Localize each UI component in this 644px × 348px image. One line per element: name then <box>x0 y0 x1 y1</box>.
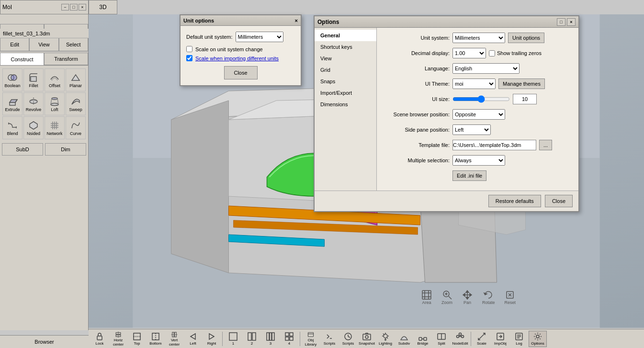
scale-on-change-label: Scale on unit system change <box>195 46 263 52</box>
nav-shortcut-keys[interactable]: Shortcut keys <box>315 41 376 53</box>
restore-defaults-btn[interactable]: Restore defaults <box>488 195 541 207</box>
lighting-btn[interactable]: Lighting <box>376 331 395 347</box>
template-file-label: Template file: <box>383 142 450 148</box>
obj-library-btn[interactable]: Obj Library <box>302 331 320 347</box>
nav-dimensions[interactable]: Dimensions <box>315 99 376 110</box>
trailing-zeros-checkbox[interactable] <box>489 50 495 56</box>
revolve-tool[interactable]: Revolve <box>23 92 44 115</box>
scale-btn[interactable]: Scale <box>473 331 491 347</box>
log-btn[interactable]: Log <box>510 331 528 347</box>
subdiv-btn[interactable]: Subdiv <box>395 331 413 347</box>
area-icon[interactable]: Area <box>421 290 432 305</box>
decimal-display-label: Decimal display: <box>383 50 450 56</box>
nav-grid[interactable]: Grid <box>315 64 376 76</box>
loft-tool[interactable]: Loft <box>45 92 65 115</box>
boolean-tool[interactable]: Boolean <box>2 68 23 91</box>
svg-line-29 <box>449 296 452 299</box>
unit-options-close-x[interactable]: × <box>295 18 298 23</box>
view-btn[interactable]: View <box>29 38 58 51</box>
svg-rect-61 <box>290 333 293 336</box>
blend-tool[interactable]: Blend <box>2 116 23 139</box>
construct-tab[interactable]: Construct <box>0 53 44 65</box>
reset-icon-wrap[interactable]: Reset <box>505 290 516 305</box>
zoom-icon-wrap[interactable]: Zoom <box>441 290 452 305</box>
rotate-icon-wrap[interactable]: Rotate <box>482 290 495 305</box>
unit-options-opt-btn[interactable]: Unit options <box>508 33 544 43</box>
edit-ini-btn[interactable]: Edit .ini file <box>452 170 486 181</box>
unit-system-select[interactable]: Millimeters Centimeters Meters Inches Fe… <box>236 32 283 42</box>
scripts-btn-1[interactable]: Scripts <box>320 331 339 347</box>
impobj-btn[interactable]: ImpObj <box>491 331 509 347</box>
side-pane-label: Side pane position: <box>383 127 450 133</box>
pan-icon-wrap[interactable]: Pan <box>462 290 473 305</box>
nav-snaps[interactable]: Snaps <box>315 76 376 87</box>
extrude-tool[interactable]: Extrude <box>2 92 23 115</box>
template-browse-btn[interactable]: ... <box>539 140 552 150</box>
fillet-tool[interactable]: Fillet <box>23 68 44 91</box>
ui-size-slider[interactable] <box>452 95 510 103</box>
svg-rect-58 <box>270 333 271 340</box>
edit-btn[interactable]: Edit <box>0 38 29 51</box>
svg-line-69 <box>348 337 350 337</box>
manage-themes-btn[interactable]: Manage themes <box>498 79 545 89</box>
nav-import-export[interactable]: Import/Export <box>315 87 376 99</box>
bottom-view-btn[interactable]: Bottom <box>147 331 165 347</box>
area-icons-group: Area Zoom Pan Rotate <box>421 290 516 305</box>
grid-3-btn[interactable]: 3 <box>261 331 280 347</box>
scripts-btn-2[interactable]: Scripts <box>339 331 357 347</box>
ui-size-input[interactable] <box>513 94 537 104</box>
top-view-btn[interactable]: Top <box>128 331 146 347</box>
snapshot-btn[interactable]: Snapshot <box>358 331 376 347</box>
grid-1-btn[interactable]: 1 <box>224 331 242 347</box>
select-btn[interactable]: Select <box>59 38 88 51</box>
side-pane-select[interactable]: Left Right <box>452 124 491 135</box>
nsided-tool[interactable]: Nsided <box>23 116 44 139</box>
split-btn[interactable]: Split <box>432 331 451 347</box>
left-view-btn[interactable]: Left <box>184 331 202 347</box>
scale-importing-checkbox[interactable] <box>186 55 192 61</box>
template-file-input[interactable] <box>452 140 536 150</box>
nodeedit-btn[interactable]: NodeEdit <box>451 331 469 347</box>
nav-general[interactable]: General <box>315 30 376 41</box>
edit-ini-row: Edit .ini file <box>383 170 573 181</box>
vert-center-btn[interactable]: Vert center <box>165 331 183 347</box>
bridge-btn[interactable]: Bridge <box>414 331 432 347</box>
maximize-btn[interactable]: □ <box>70 4 78 11</box>
svg-rect-47 <box>152 333 159 340</box>
transform-tab[interactable]: Transform <box>44 53 88 65</box>
network-tool[interactable]: Network <box>45 116 65 139</box>
filename-bar: fillet_test_03_1.3dm <box>0 29 89 38</box>
grid-4-btn[interactable]: 4 <box>280 331 298 347</box>
scale-on-change-checkbox[interactable] <box>186 46 192 52</box>
options-toolbar-btn[interactable]: Options <box>529 331 547 347</box>
unit-system-opt-select[interactable]: Millimeters <box>452 33 505 43</box>
options-close-btn[interactable]: Close <box>545 195 573 207</box>
options-close-x-btn[interactable]: × <box>567 18 576 26</box>
multiple-selection-select[interactable]: Always Never <box>452 155 505 166</box>
decimal-display-select[interactable]: 1.00 <box>452 48 486 58</box>
ui-theme-controls: moi Manage themes <box>452 79 545 89</box>
planar-tool[interactable]: Planar <box>66 68 86 91</box>
dim-btn[interactable]: Dim <box>45 143 86 156</box>
svg-rect-57 <box>267 333 269 340</box>
sweep-tool[interactable]: Sweep <box>66 92 86 115</box>
unit-options-close-btn[interactable]: Close <box>224 66 258 79</box>
language-select[interactable]: English <box>452 63 520 74</box>
offset-tool[interactable]: Offset <box>45 68 65 91</box>
svg-rect-41 <box>97 336 102 340</box>
close-app-btn[interactable]: × <box>79 4 86 11</box>
options-maximize-btn[interactable]: □ <box>557 18 565 26</box>
scene-browser-select[interactable]: Opposite Left Right <box>452 109 505 120</box>
svg-point-86 <box>459 333 462 336</box>
right-view-btn[interactable]: Right <box>203 331 221 347</box>
nav-view[interactable]: View <box>315 53 376 64</box>
svg-rect-62 <box>285 337 289 340</box>
lock-toolbar-btn[interactable]: Lock <box>90 331 109 347</box>
browser-tab[interactable]: Browser <box>0 335 89 348</box>
curve-tool[interactable]: Curve <box>66 116 86 139</box>
minimize-btn[interactable]: − <box>61 4 69 11</box>
ui-theme-select[interactable]: moi <box>452 79 496 89</box>
subd-btn[interactable]: SubD <box>2 143 43 156</box>
horiz-center-btn[interactable]: Horiz center <box>109 331 127 347</box>
grid-2-btn[interactable]: 2 <box>243 331 261 347</box>
